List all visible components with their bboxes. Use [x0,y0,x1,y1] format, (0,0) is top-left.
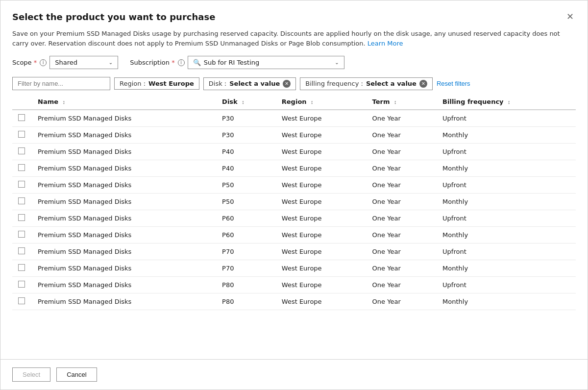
row-name: Premium SSD Managed Disks [32,160,216,177]
row-select-cell[interactable] [12,244,32,260]
table-row[interactable]: Premium SSD Managed Disks P60 West Europ… [12,227,576,244]
row-billing: Monthly [437,160,576,177]
table-row[interactable]: Premium SSD Managed Disks P60 West Europ… [12,210,576,227]
row-billing: Upfront [437,210,576,227]
row-select-cell[interactable] [12,160,32,177]
row-radio[interactable] [18,247,25,254]
region-chip-val: West Europe [148,80,194,87]
scope-required: * [34,59,37,66]
row-radio[interactable] [18,264,25,271]
row-name: Premium SSD Managed Disks [32,127,216,144]
billing-chip-val: Select a value [366,80,416,87]
row-name: Premium SSD Managed Disks [32,194,216,210]
table-row[interactable]: Premium SSD Managed Disks P30 West Europ… [12,127,576,144]
row-radio[interactable] [18,114,25,121]
row-region: West Europe [276,177,367,194]
th-region: Region ↕ [276,94,367,110]
reset-filters-button[interactable]: Reset filters [437,80,470,87]
row-disk: P40 [216,144,276,160]
row-radio[interactable] [18,147,25,154]
row-select-cell[interactable] [12,127,32,144]
row-radio[interactable] [18,181,25,188]
scope-dropdown[interactable]: Shared ⌄ [49,56,118,69]
subscription-required: * [172,59,175,66]
th-term: Term ↕ [367,94,437,110]
row-region: West Europe [276,244,367,260]
subscription-dropdown[interactable]: 🔍 Sub for RI Testing ⌄ [188,56,344,69]
sort-term[interactable]: ↕ [394,99,397,105]
billing-chip-close[interactable]: ✕ [419,80,427,88]
row-radio[interactable] [18,164,25,171]
cancel-button[interactable]: Cancel [56,367,97,382]
scope-dropdown-value: Shared [55,59,106,66]
billing-filter-chip[interactable]: Billing frequency : Select a value ✕ [300,77,433,90]
scope-info-icon[interactable]: i [40,59,47,66]
subscription-info-icon[interactable]: i [178,59,185,66]
row-select-cell[interactable] [12,277,32,293]
select-button[interactable]: Select [12,367,50,382]
row-select-cell[interactable] [12,210,32,227]
row-disk: P60 [216,210,276,227]
row-disk: P60 [216,227,276,244]
table-row[interactable]: Premium SSD Managed Disks P50 West Europ… [12,194,576,210]
subscription-group: Subscription * i 🔍 Sub for RI Testing ⌄ [130,56,344,69]
sort-name[interactable]: ↕ [63,99,66,105]
row-radio[interactable] [18,131,25,138]
row-billing: Upfront [437,177,576,194]
close-button[interactable]: ✕ [564,10,576,23]
disk-filter-chip[interactable]: Disk : Select a value ✕ [203,77,296,90]
row-radio[interactable] [18,197,25,204]
row-radio[interactable] [18,297,25,304]
products-table-container: Name ↕ Disk ↕ Region ↕ Term [12,94,576,359]
table-row[interactable]: Premium SSD Managed Disks P70 West Europ… [12,244,576,260]
row-disk: P40 [216,160,276,177]
row-select-cell[interactable] [12,177,32,194]
row-billing: Monthly [437,227,576,244]
row-term: One Year [367,260,437,277]
row-disk: P70 [216,260,276,277]
row-term: One Year [367,160,437,177]
sort-disk[interactable]: ↕ [242,99,245,105]
th-select [12,94,32,110]
dialog-footer: Select Cancel [0,359,588,390]
scope-label: Scope * [12,59,37,66]
row-radio[interactable] [18,281,25,288]
row-term: One Year [367,144,437,160]
sort-billing[interactable]: ↕ [508,99,511,105]
row-disk: P80 [216,293,276,310]
row-term: One Year [367,244,437,260]
row-term: One Year [367,110,437,127]
region-filter-chip[interactable]: Region : West Europe [114,77,199,90]
disk-chip-key: Disk : [209,80,226,87]
row-radio[interactable] [18,231,25,238]
disk-chip-close[interactable]: ✕ [283,80,291,88]
row-disk: P50 [216,194,276,210]
row-select-cell[interactable] [12,227,32,244]
subscription-label: Subscription * [130,59,174,66]
table-row[interactable]: Premium SSD Managed Disks P40 West Europ… [12,160,576,177]
table-row[interactable]: Premium SSD Managed Disks P40 West Europ… [12,144,576,160]
row-select-cell[interactable] [12,110,32,127]
row-disk: P80 [216,277,276,293]
table-row[interactable]: Premium SSD Managed Disks P80 West Europ… [12,277,576,293]
row-disk: P30 [216,127,276,144]
table-row[interactable]: Premium SSD Managed Disks P50 West Europ… [12,177,576,194]
filter-input[interactable] [12,77,110,90]
scope-group: Scope * i Shared ⌄ [12,56,118,69]
row-select-cell[interactable] [12,260,32,277]
learn-more-link[interactable]: Learn More [368,40,403,47]
row-radio[interactable] [18,214,25,221]
table-row[interactable]: Premium SSD Managed Disks P70 West Europ… [12,260,576,277]
table-row[interactable]: Premium SSD Managed Disks P80 West Europ… [12,293,576,310]
row-select-cell[interactable] [12,194,32,210]
row-billing: Upfront [437,144,576,160]
row-term: One Year [367,210,437,227]
sort-region[interactable]: ↕ [311,99,314,105]
disk-chip-val: Select a value [229,80,280,87]
table-row[interactable]: Premium SSD Managed Disks P30 West Europ… [12,110,576,127]
row-select-cell[interactable] [12,144,32,160]
filter-row: Region : West Europe Disk : Select a val… [12,77,576,90]
row-region: West Europe [276,277,367,293]
row-region: West Europe [276,227,367,244]
row-select-cell[interactable] [12,293,32,310]
